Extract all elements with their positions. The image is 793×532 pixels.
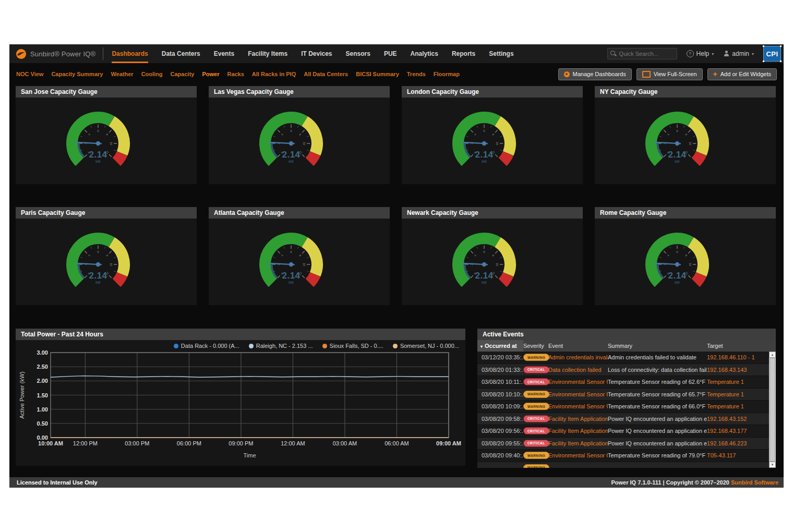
manage-dashboards-button[interactable]: Manage Dashboards xyxy=(558,68,632,80)
gauge-panel-san-jose-capacity-gauge: San Jose Capacity Gauge 0246810122.14kW xyxy=(16,86,197,184)
event-name-link[interactable]: Environmental Sensor O... xyxy=(548,452,608,458)
event-target-link[interactable]: 192.168.46.223 xyxy=(707,440,769,446)
event-name-link[interactable]: Facility Item Application ... xyxy=(548,416,608,422)
svg-text:2.50: 2.50 xyxy=(37,364,48,370)
user-icon xyxy=(723,51,729,57)
subnav-link-trends[interactable]: Trends xyxy=(407,71,426,77)
help-icon: ? xyxy=(687,50,694,57)
event-target-link[interactable]: Temperature 1 xyxy=(707,391,769,397)
column-header-summary[interactable]: Summary xyxy=(608,343,707,349)
svg-text:8: 8 xyxy=(684,253,688,257)
svg-text:1.00: 1.00 xyxy=(37,406,48,413)
gauge-band xyxy=(695,153,701,162)
user-menu[interactable]: admin ▾ xyxy=(723,50,754,57)
event-table-row[interactable]: 03/08/20 09:55:... CRITICAL Facility Ite… xyxy=(477,438,769,450)
topnav-item-pue[interactable]: PUE xyxy=(384,44,397,63)
severity-badge: WARNING xyxy=(523,452,549,459)
svg-text:6: 6 xyxy=(676,129,678,132)
gauge-unit: kW xyxy=(675,160,680,163)
event-name-link[interactable]: Facility Item Application ... xyxy=(548,428,608,434)
capacity-gauge: 0246810122.14kW xyxy=(16,98,197,184)
column-header-occurred-at[interactable]: ▾Occurred at xyxy=(477,340,523,352)
footer: Licensed to Internal Use Only Power IQ 7… xyxy=(9,477,784,488)
gauge-band xyxy=(691,242,703,274)
event-name-link[interactable]: Facility Item Application ... xyxy=(548,440,608,446)
subnav-link-weather[interactable]: Weather xyxy=(111,71,133,77)
event-table-row[interactable]: 03/08/20 01:33:... CRITICAL Data collect… xyxy=(477,364,769,377)
scrollbar[interactable]: ▲ ▼ xyxy=(769,352,776,468)
total-power-panel: Total Power - Past 24 Hours Data Rack - … xyxy=(16,329,465,466)
subnav-link-floormap[interactable]: Floormap xyxy=(434,71,460,77)
svg-text:09:00 AM: 09:00 AM xyxy=(436,440,461,446)
gauge-band xyxy=(309,153,315,162)
event-name-link[interactable]: Environmental Sensor U... xyxy=(548,391,608,397)
event-table-row[interactable]: WARNING xyxy=(477,462,769,468)
subnav-link-racks[interactable]: Racks xyxy=(227,71,244,77)
scroll-down-icon[interactable]: ▼ xyxy=(769,462,776,468)
subnav-link-capacity-summary[interactable]: Capacity Summary xyxy=(51,71,103,77)
event-table-row[interactable]: 03/08/20 10:09:... WARNING Environmental… xyxy=(477,401,769,413)
column-header-target[interactable]: Target xyxy=(707,343,776,349)
capacity-gauge: 0246810122.14kW xyxy=(209,219,390,305)
cpi-logo[interactable]: CPI xyxy=(763,46,781,62)
topnav-item-events[interactable]: Events xyxy=(214,44,234,63)
total-power-chart: 0.000.501.001.502.002.503.0010:00 AM12:0… xyxy=(16,340,465,464)
topnav-item-analytics[interactable]: Analytics xyxy=(411,44,438,63)
event-table-row[interactable]: 03/08/20 09:58:... CRITICAL Facility Ite… xyxy=(477,413,769,426)
event-target-link[interactable]: Temperature 1 xyxy=(707,379,769,385)
user-label: admin xyxy=(732,50,749,57)
gauge-svg: 0246810122.14kW xyxy=(16,98,197,184)
subnav-link-cooling[interactable]: Cooling xyxy=(141,71,163,77)
event-name-link[interactable]: Environmental Sensor U... xyxy=(548,403,608,409)
subnav-link-bicsi-summary[interactable]: BICSI Summary xyxy=(356,71,399,77)
gauge-panel-title: NY Capacity Gauge xyxy=(595,86,776,98)
event-table-row[interactable]: 03/08/20 10:11:... CRITICAL Environmenta… xyxy=(477,376,769,389)
event-table-row[interactable]: 03/08/20 09:56:... CRITICAL Facility Ite… xyxy=(477,425,769,438)
topnav-item-sensors[interactable]: Sensors xyxy=(346,44,370,63)
event-target-link[interactable]: 192.168.43.143 xyxy=(707,367,769,373)
event-target-link[interactable]: 192.168.43.152 xyxy=(707,416,769,422)
svg-text:12:00 AM: 12:00 AM xyxy=(281,440,305,446)
subnav-link-noc-view[interactable]: NOC View xyxy=(16,71,43,77)
event-table-row[interactable]: 03/08/20 10:10:... WARNING Environmental… xyxy=(477,389,769,401)
topnav-item-dashboards[interactable]: Dashboards xyxy=(112,44,148,63)
event-occurred-at: 03/08/20 10:09:... xyxy=(477,403,523,409)
gauge-value: 2.14 xyxy=(282,271,300,281)
gauge-needle-hub xyxy=(289,262,293,267)
event-target-link[interactable]: T05-43.117 xyxy=(707,452,769,458)
severity-badge: CRITICAL xyxy=(523,440,549,447)
event-name-link[interactable]: Environmental Sensor U... xyxy=(548,379,608,385)
sunbird-software-link[interactable]: Sunbird Software xyxy=(731,479,778,486)
search-input[interactable] xyxy=(618,49,676,59)
event-target-link[interactable]: Temperature 1 xyxy=(707,403,769,409)
gauge-needle-hub xyxy=(482,262,486,267)
topnav-item-data-centers[interactable]: Data Centers xyxy=(162,44,200,63)
column-header-event[interactable]: Event xyxy=(548,343,608,349)
severity-badge: WARNING xyxy=(523,464,549,468)
topnav-item-it-devices[interactable]: IT Devices xyxy=(301,44,332,63)
add-edit-widgets-button[interactable]: + Add or Edit Widgets xyxy=(707,68,777,80)
event-occurred-at: 03/08/20 09:56:... xyxy=(477,428,523,434)
svg-text:09:00 PM: 09:00 PM xyxy=(229,440,253,446)
view-fullscreen-button[interactable]: View Full-Screen xyxy=(636,68,703,80)
svg-text:8: 8 xyxy=(684,132,688,136)
subnav-link-all-racks-in-piq[interactable]: All Racks in PIQ xyxy=(252,71,296,77)
topnav-item-reports[interactable]: Reports xyxy=(452,44,475,63)
event-target-link[interactable]: 192.168.43.177 xyxy=(707,428,769,434)
subnav-buttons: Manage Dashboards View Full-Screen + Add… xyxy=(558,68,777,80)
event-name-link[interactable]: Data collection failed xyxy=(548,367,608,373)
topnav-item-settings[interactable]: Settings xyxy=(489,44,513,63)
event-name-link[interactable]: Admin credentials invalid xyxy=(548,354,608,360)
help-menu[interactable]: ? Help ▾ xyxy=(687,50,714,57)
scroll-up-icon[interactable]: ▲ xyxy=(769,352,776,358)
topnav-item-facility-items[interactable]: Facility Items xyxy=(248,44,287,63)
subnav-link-capacity[interactable]: Capacity xyxy=(171,71,195,77)
event-table-row[interactable]: 03/08/20 09:40:... WARNING Environmental… xyxy=(477,450,769,462)
column-header-severity[interactable]: Severity xyxy=(523,343,548,349)
svg-text:03:00 PM: 03:00 PM xyxy=(125,440,149,446)
scrollbar-thumb[interactable] xyxy=(770,358,775,462)
subnav-link-power[interactable]: Power xyxy=(202,71,219,77)
event-table-row[interactable]: 03/12/20 03:35:... WARNING Admin credent… xyxy=(477,352,769,364)
event-target-link[interactable]: 192.168.46.110 - 1 xyxy=(707,354,769,360)
subnav-link-all-data-centers[interactable]: All Data Centers xyxy=(304,71,348,77)
